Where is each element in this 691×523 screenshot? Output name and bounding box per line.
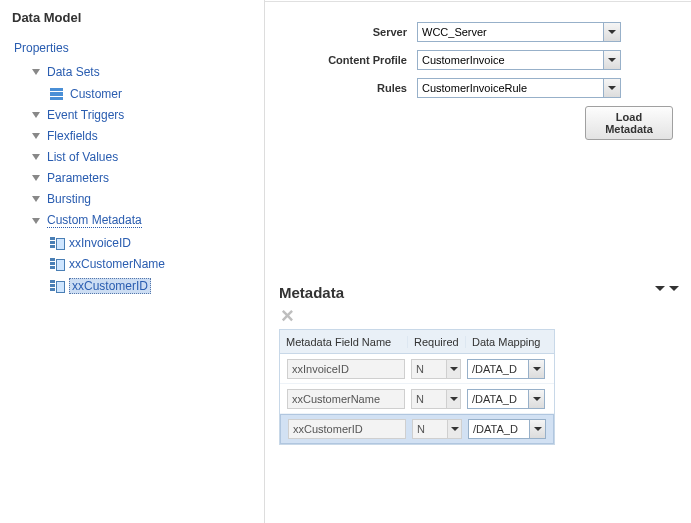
form-area: Server WCC_Server Content Profile Custom… [265,2,691,140]
dropdown-icon[interactable] [447,420,461,438]
expand-icon[interactable] [32,175,40,181]
tree-node-flexfields[interactable]: Flexfields [32,129,264,143]
tree-node-xxcustomername[interactable]: xxCustomerName [50,257,264,271]
tree-node-data-sets[interactable]: Data Sets [32,65,264,79]
table-row: xxCustomerID N /DATA_D [280,414,554,444]
server-select[interactable]: WCC_Server [417,22,621,42]
resize-handle-icon[interactable] [655,286,679,291]
tree-node-event-triggers[interactable]: Event Triggers [32,108,264,122]
server-label: Server [305,26,417,38]
dropdown-icon[interactable] [446,360,460,378]
expand-icon[interactable] [32,112,40,118]
content-profile-label: Content Profile [305,54,417,66]
close-icon[interactable]: × [281,309,673,323]
dropdown-icon[interactable] [603,79,620,97]
dropdown-icon[interactable] [446,390,460,408]
data-mapping-select[interactable]: /DATA_D [467,359,545,379]
expand-icon[interactable] [32,133,40,139]
dropdown-icon[interactable] [603,23,620,41]
data-mapping-select[interactable]: /DATA_D [468,419,546,439]
field-name-input[interactable]: xxInvoiceID [287,359,405,379]
right-panel: Server WCC_Server Content Profile Custom… [265,0,691,523]
tree-node-customer[interactable]: Customer [50,87,264,101]
data-mapping-select[interactable]: /DATA_D [467,389,545,409]
dataset-icon [50,88,63,100]
metadata-item-icon [50,280,63,292]
dropdown-icon[interactable] [603,51,620,69]
rules-label: Rules [305,82,417,94]
field-name-input[interactable]: xxCustomerID [288,419,406,439]
col-required: Required [408,336,466,348]
rules-select[interactable]: CustomerInvoiceRule [417,78,621,98]
dropdown-icon[interactable] [528,390,544,408]
col-data-mapping: Data Mapping [466,336,554,348]
metadata-item-icon [50,258,63,270]
tree-node-xxcustomerid[interactable]: xxCustomerID [50,278,264,294]
col-metadata-field-name: Metadata Field Name [280,336,408,348]
field-name-input[interactable]: xxCustomerName [287,389,405,409]
expand-icon[interactable] [32,154,40,160]
tree-node-bursting[interactable]: Bursting [32,192,264,206]
tree-node-xxinvoiceid[interactable]: xxInvoiceID [50,236,264,250]
load-metadata-button[interactable]: Load Metadata [585,106,673,140]
dropdown-icon[interactable] [528,360,544,378]
properties-link[interactable]: Properties [14,39,69,57]
table-row: xxCustomerName N /DATA_D [280,384,554,414]
expand-icon[interactable] [32,196,40,202]
content-profile-select[interactable]: CustomerInvoice [417,50,621,70]
tree-node-parameters[interactable]: Parameters [32,171,264,185]
expand-icon[interactable] [32,218,40,224]
data-model-title: Data Model [12,10,264,25]
required-select[interactable]: N [411,389,461,409]
required-select[interactable]: N [412,419,462,439]
table-row: xxInvoiceID N /DATA_D [280,354,554,384]
expand-icon[interactable] [32,69,40,75]
dropdown-icon[interactable] [529,420,545,438]
metadata-title: Metadata [279,284,673,301]
required-select[interactable]: N [411,359,461,379]
metadata-table: Metadata Field Name Required Data Mappin… [279,329,555,445]
tree-node-custom-metadata[interactable]: Custom Metadata [32,213,264,228]
tree-node-list-of-values[interactable]: List of Values [32,150,264,164]
left-panel: Data Model Properties Data Sets Customer [0,0,265,523]
metadata-item-icon [50,237,63,249]
table-header: Metadata Field Name Required Data Mappin… [280,330,554,354]
